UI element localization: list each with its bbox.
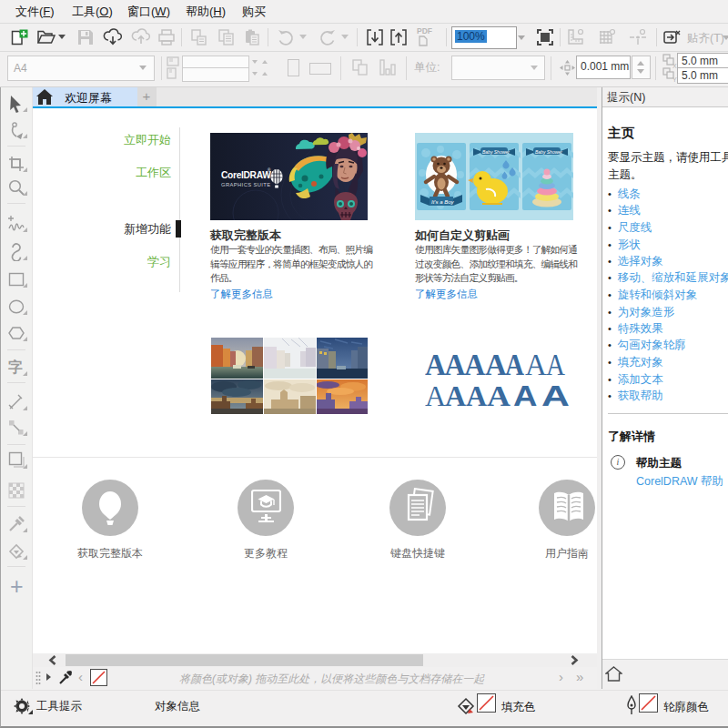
svg-text:A: A [466,379,487,411]
svg-text:A: A [513,380,537,411]
svg-text:A: A [485,351,507,381]
svg-text:A: A [546,351,565,381]
svg-text:A: A [425,351,446,381]
svg-text:A: A [487,380,511,411]
svg-text:GRAPHICS SUITE: GRAPHICS SUITE [221,182,271,187]
svg-text:A: A [525,351,547,381]
svg-text:Baby Shower: Baby Shower [482,149,510,155]
svg-text:A: A [425,379,446,411]
svg-text:A: A [505,351,524,381]
svg-text:A: A [445,351,466,381]
svg-text:A: A [445,379,466,411]
svg-text:It's a Boy: It's a Boy [431,199,454,205]
svg-text:A: A [541,380,570,411]
svg-text:Baby Shower: Baby Shower [535,149,562,155]
svg-text:CorelDRAW: CorelDRAW [221,170,271,180]
svg-text:A: A [464,351,485,381]
